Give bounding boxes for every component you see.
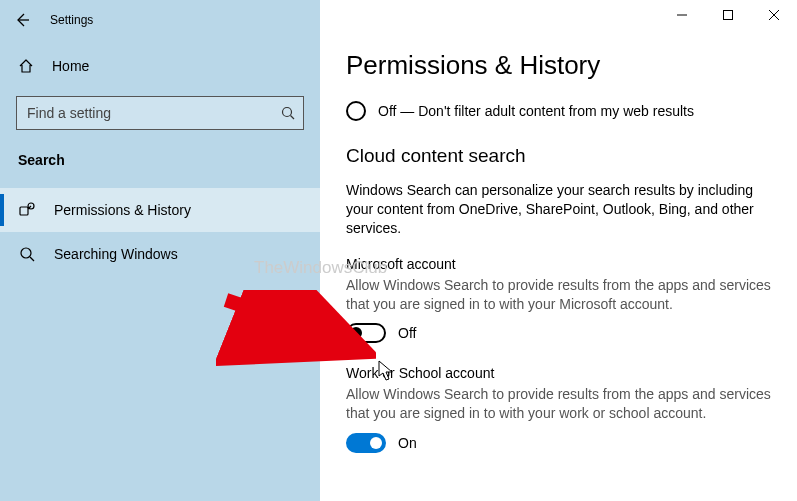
minimize-icon (677, 10, 687, 20)
setting-microsoft-account: Microsoft account Allow Windows Search t… (346, 256, 777, 344)
sidebar-nav: Permissions & History Searching Windows (0, 188, 320, 276)
find-setting-wrap (16, 96, 304, 130)
svg-point-9 (21, 248, 31, 258)
ms-account-desc: Allow Windows Search to provide results … (346, 276, 776, 314)
settings-window: Settings Home (0, 0, 797, 501)
titlebar: Settings (0, 0, 797, 40)
home-nav[interactable]: Home (0, 46, 320, 86)
work-account-label: Work or School account (346, 365, 777, 381)
setting-work-school-account: Work or School account Allow Windows Sea… (346, 365, 777, 453)
cloud-section-title: Cloud content search (346, 145, 777, 167)
home-icon (18, 58, 34, 74)
page-title: Permissions & History (346, 50, 777, 81)
svg-rect-1 (724, 11, 733, 20)
close-icon (769, 10, 779, 20)
ms-account-toggle[interactable] (346, 323, 386, 343)
search-windows-icon (18, 245, 36, 263)
ms-account-toggle-row: Off (346, 323, 777, 343)
work-account-toggle-state: On (398, 435, 417, 451)
search-icon (280, 105, 296, 121)
sidebar-item-searching-windows[interactable]: Searching Windows (0, 232, 320, 276)
back-button[interactable] (0, 0, 44, 40)
work-account-desc: Allow Windows Search to provide results … (346, 385, 776, 423)
svg-rect-6 (20, 207, 28, 215)
app-title: Settings (44, 0, 93, 40)
maximize-button[interactable] (705, 0, 751, 30)
safesearch-off-option[interactable]: Off — Don't filter adult content from my… (346, 101, 777, 121)
svg-line-5 (291, 116, 295, 120)
ms-account-label: Microsoft account (346, 256, 777, 272)
svg-line-10 (30, 257, 34, 261)
ms-account-toggle-state: Off (398, 325, 416, 341)
cloud-section-desc: Windows Search can personalize your sear… (346, 181, 766, 238)
permissions-icon (18, 201, 36, 219)
find-setting-input[interactable] (16, 96, 304, 130)
work-account-toggle-row: On (346, 433, 777, 453)
safesearch-off-label: Off — Don't filter adult content from my… (378, 103, 694, 119)
svg-point-4 (283, 108, 292, 117)
sidebar: Home Search Permissions & History Search… (0, 0, 320, 501)
work-account-toggle[interactable] (346, 433, 386, 453)
minimize-button[interactable] (659, 0, 705, 30)
sidebar-item-label: Searching Windows (54, 246, 178, 262)
close-button[interactable] (751, 0, 797, 30)
maximize-icon (723, 10, 733, 20)
titlebar-left: Settings (0, 0, 93, 40)
back-arrow-icon (14, 12, 30, 28)
sidebar-category: Search (0, 130, 320, 180)
radio-icon (346, 101, 366, 121)
main-content: Permissions & History Off — Don't filter… (320, 0, 797, 501)
sidebar-item-permissions-history[interactable]: Permissions & History (0, 188, 320, 232)
sidebar-item-label: Permissions & History (54, 202, 191, 218)
home-label: Home (52, 58, 89, 74)
